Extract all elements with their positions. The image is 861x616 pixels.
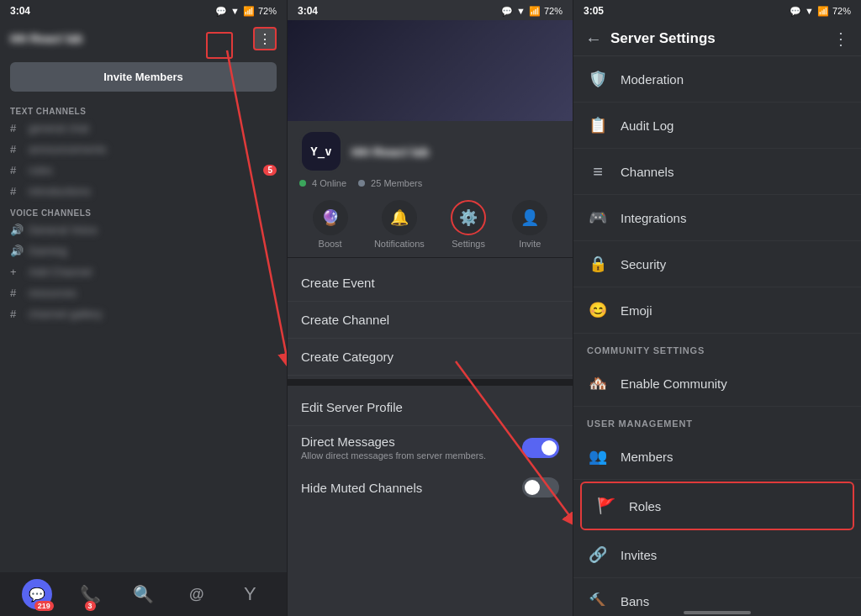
server-banner	[288, 20, 573, 121]
invite-members-button[interactable]: Invite Members	[10, 62, 277, 92]
profile-nav-button[interactable]: Y	[235, 579, 265, 609]
hide-muted-switch[interactable]	[522, 477, 559, 498]
audit-log-icon: 📋	[587, 114, 609, 136]
dm-toggle-sub: Allow direct messages from server member…	[301, 450, 522, 461]
channel-item-voice3[interactable]: + Add Channel	[0, 261, 287, 282]
dm-toggle-switch[interactable]	[522, 438, 559, 458]
create-event-item[interactable]: Create Event	[288, 265, 573, 302]
channel-item-voice1[interactable]: 🔊 General Voice	[0, 219, 287, 240]
battery-p2: 72%	[544, 6, 563, 16]
security-item[interactable]: 🔒 Security	[573, 241, 861, 287]
green-dot	[299, 180, 306, 187]
gray-dot	[358, 180, 365, 187]
notifications-button[interactable]: 🔔 Notifications	[374, 200, 425, 249]
channel-name-4: introductions	[29, 185, 277, 197]
panel-channels: 3:04 💬 ▼ 📶 72% HH React lab Invite Membe…	[0, 0, 288, 616]
home-indicator	[684, 611, 751, 614]
message-icon: 💬	[29, 587, 45, 603]
battery-p3: 72%	[832, 6, 851, 16]
roles-icon: 🚩	[595, 495, 617, 517]
security-icon: 🔒	[587, 253, 609, 275]
hash-icon-3: #	[10, 164, 24, 176]
mention-nav-button[interactable]: @	[182, 579, 212, 609]
settings-header: ← Server Settings ⋮	[573, 20, 861, 56]
settings-title: Server Settings	[610, 30, 832, 47]
online-count: 4 Online	[312, 178, 346, 188]
member-stat: 25 Members	[358, 178, 422, 188]
integrations-label: Integrations	[621, 211, 686, 225]
roles-label: Roles	[629, 499, 661, 513]
battery-p1: 72%	[258, 6, 277, 16]
channel-item-general[interactable]: # general chat	[0, 118, 287, 139]
call-nav-button[interactable]: 📞 3	[75, 579, 105, 609]
boost-button[interactable]: 🔮 Boost	[313, 200, 348, 249]
invite-icon: 👤	[512, 200, 547, 235]
settings-more-button[interactable]: ⋮	[832, 29, 849, 49]
hash-icon: #	[10, 122, 24, 134]
enable-community-item[interactable]: 🏘️ Enable Community	[573, 361, 861, 407]
create-category-item[interactable]: Create Category	[288, 339, 573, 376]
audit-log-item[interactable]: 📋 Audit Log	[573, 103, 861, 149]
time-p2: 3:04	[298, 5, 318, 17]
invites-item[interactable]: 🔗 Invites	[573, 532, 861, 578]
message-badge: 219	[34, 601, 54, 611]
user-management-header: USER MANAGEMENT	[573, 407, 861, 434]
signal-icon-p2: 📶	[529, 6, 541, 17]
profile-icon: Y	[244, 583, 256, 605]
create-channel-item[interactable]: Create Channel	[288, 302, 573, 339]
server-header-p1: HH React lab	[0, 20, 287, 57]
wifi-icon-p3: ▼	[805, 6, 814, 16]
integrations-item[interactable]: 🎮 Integrations	[573, 195, 861, 241]
channel-item-5[interactable]: # resources	[0, 282, 287, 303]
boost-label: Boost	[319, 239, 342, 249]
plus-icon: +	[10, 266, 24, 278]
create-channel-label: Create Channel	[301, 313, 389, 327]
online-stat: 4 Online	[299, 178, 346, 188]
channel-item-3[interactable]: # rules 5	[0, 160, 287, 181]
invites-label: Invites	[621, 548, 657, 562]
enable-community-icon: 🏘️	[587, 372, 609, 394]
bottom-nav-bar: 💬 219 📞 3 🔍 @ Y	[0, 572, 287, 616]
member-count: 25 Members	[371, 178, 422, 188]
enable-community-label: Enable Community	[621, 376, 727, 391]
boost-icon: 🔮	[313, 200, 348, 235]
bans-item[interactable]: 🔨 Bans	[573, 578, 861, 606]
channel-name-6: channel gallery	[29, 308, 277, 320]
edit-server-profile-item[interactable]: Edit Server Profile	[288, 389, 573, 426]
server-menu-dots-button[interactable]	[253, 27, 277, 50]
server-name-p2: HH React lab	[351, 145, 430, 159]
notifications-label: Notifications	[374, 239, 425, 249]
search-nav-button[interactable]: 🔍	[128, 579, 158, 609]
channel-item-6[interactable]: # channel gallery	[0, 303, 287, 324]
channel-item-voice2[interactable]: 🔊 Gaming	[0, 240, 287, 261]
channel-item-4[interactable]: # introductions	[0, 181, 287, 202]
bottom-indicator	[573, 606, 861, 616]
wifi-icon-p2: ▼	[516, 6, 526, 16]
members-item[interactable]: 👥 Members	[573, 434, 861, 480]
create-category-label: Create Category	[301, 350, 394, 364]
hide-muted-title: Hide Muted Channels	[301, 481, 522, 495]
wa-icon-p2: 💬	[501, 6, 513, 17]
roles-highlight-box: 🚩 Roles	[580, 482, 854, 530]
emoji-item[interactable]: 😊 Emoji	[573, 287, 861, 334]
server-name-p1: HH React lab	[10, 32, 253, 45]
back-button[interactable]: ←	[585, 29, 602, 49]
moderation-icon: 🛡️	[587, 68, 609, 90]
roles-item[interactable]: 🚩 Roles	[582, 483, 853, 529]
signal-icon-p3: 📶	[817, 6, 829, 17]
channel-name-1: general chat	[29, 122, 277, 134]
banner-background	[288, 20, 573, 121]
emoji-icon: 😊	[587, 299, 609, 321]
channel-item-2[interactable]: # announcements	[0, 139, 287, 160]
notifications-icon: 🔔	[382, 200, 417, 235]
speaker-icon: 🔊	[10, 224, 24, 236]
channels-item[interactable]: ≡ Channels	[573, 149, 861, 195]
moderation-item[interactable]: 🛡️ Moderation	[573, 56, 861, 103]
signal-icon: 📶	[243, 6, 255, 17]
speaker-icon-2: 🔊	[10, 245, 24, 257]
server-actions-row: 🔮 Boost 🔔 Notifications ⚙️ Settings 👤 In…	[288, 195, 573, 258]
invite-button-p2[interactable]: 👤 Invite	[512, 200, 547, 249]
invite-label: Invite	[519, 239, 541, 249]
messages-nav-button[interactable]: 💬 219	[22, 579, 52, 609]
settings-button[interactable]: ⚙️ Settings	[451, 200, 486, 249]
